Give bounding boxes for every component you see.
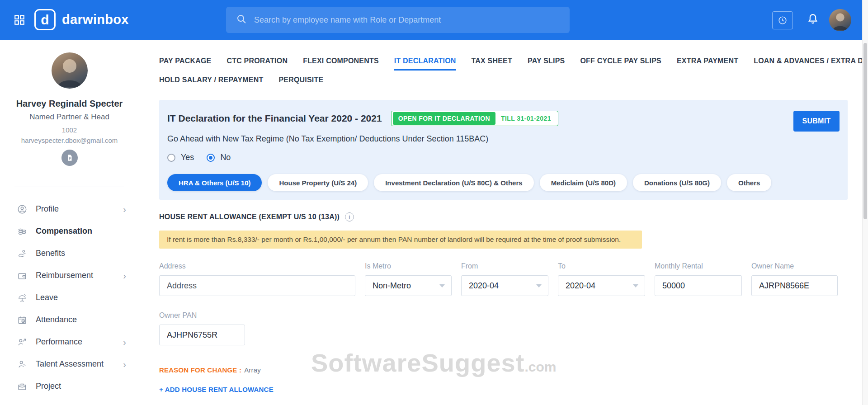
status-badge-label: OPEN FOR IT DECLARATION (393, 112, 495, 125)
chevron-right-icon: › (123, 338, 126, 347)
tab-it-declaration[interactable]: IT DECLARATION (394, 57, 456, 71)
sidebar-item-project[interactable]: Project (0, 375, 139, 397)
info-icon[interactable]: i (345, 212, 354, 221)
pill-hra-others[interactable]: HRA & Others (U/S 10) (167, 174, 262, 191)
sidebar-item-benefits[interactable]: Benefits (0, 242, 139, 264)
user-avatar[interactable] (829, 9, 851, 31)
payroll-tabs-row1: PAY PACKAGE CTC PRORATION FLEXI COMPONEN… (159, 57, 868, 71)
submit-button[interactable]: SUBMIT (793, 111, 840, 132)
address-input[interactable] (159, 275, 355, 296)
field-owner-name: Owner Name (751, 262, 838, 296)
pill-others[interactable]: Others (727, 174, 771, 191)
app-grid-icon[interactable] (14, 14, 25, 28)
sidebar-item-label: Compensation (36, 226, 92, 236)
owner-name-input[interactable] (751, 275, 838, 296)
from-value: 2020-04 (469, 281, 499, 291)
tab-flexi-components[interactable]: FLEXI COMPONENTS (303, 57, 379, 71)
scrollbar-thumb[interactable] (863, 43, 867, 219)
profile-employee-id: 1002 (0, 126, 139, 134)
tab-ctc-proration[interactable]: CTC PRORATION (226, 57, 288, 71)
to-label: To (558, 262, 645, 270)
profile-name: Harvey Reginald Specter (0, 99, 139, 109)
notifications-bell-icon[interactable] (807, 12, 819, 28)
status-badge: OPEN FOR IT DECLARATION TILL 31-01-2021 (391, 111, 558, 126)
sidebar-item-talent-assessment[interactable]: Talent Assessment › (0, 353, 139, 375)
chevron-right-icon: › (123, 205, 126, 214)
field-owner-pan: Owner PAN (159, 311, 245, 345)
sidebar-item-label: Leave (36, 293, 58, 302)
radio-yes-label[interactable]: Yes (181, 153, 194, 162)
add-house-rent-allowance-link[interactable]: + ADD HOUSE RENT ALLOWANCE (159, 386, 868, 393)
compensation-coins-icon (17, 226, 27, 236)
field-to: To 2020-04 (558, 262, 645, 296)
profile-photo[interactable] (52, 52, 88, 89)
wallet-icon (17, 271, 27, 281)
dropdown-caret-icon (633, 284, 638, 287)
sidebar-item-reimbursement[interactable]: Reimbursement › (0, 264, 139, 287)
field-from: From 2020-04 (461, 262, 548, 296)
to-select[interactable]: 2020-04 (558, 275, 645, 296)
folder-icon (17, 404, 27, 405)
sidebar-item-clipped[interactable] (0, 397, 139, 405)
global-search[interactable] (226, 7, 570, 33)
brand-name: darwinbox (62, 12, 129, 27)
calendar-check-icon (17, 315, 27, 325)
tab-perquisite[interactable]: PERQUISITE (278, 76, 323, 88)
sidebar-item-performance[interactable]: Performance › (0, 331, 139, 353)
hra-form-row-2: Owner PAN (159, 311, 868, 345)
pill-donations[interactable]: Donations (U/S 80G) (633, 174, 721, 191)
owner-name-label: Owner Name (751, 262, 838, 270)
radio-yes[interactable] (167, 154, 175, 162)
talent-person-icon (17, 359, 27, 369)
reason-for-change: REASON FOR CHANGE :Array (159, 366, 868, 374)
radio-no[interactable] (207, 154, 215, 162)
profile-icon (17, 204, 27, 214)
tab-pay-package[interactable]: PAY PACKAGE (159, 57, 211, 71)
hra-section-header: HOUSE RENT ALLOWANCE (EXEMPT U/S 10 (13A… (159, 212, 868, 221)
sidebar-item-leave[interactable]: Leave (0, 287, 139, 309)
sidebar-item-profile[interactable]: Profile › (0, 198, 139, 220)
search-input[interactable] (254, 15, 534, 25)
chevron-right-icon: › (123, 360, 126, 369)
field-monthly-rental: Monthly Rental (655, 262, 742, 296)
field-address: Address (159, 262, 355, 296)
tab-pay-slips[interactable]: PAY SLIPS (528, 57, 565, 71)
category-pills: HRA & Others (U/S 10) House Property (U/… (167, 174, 848, 191)
benefits-hand-icon (17, 249, 27, 259)
tab-off-cycle-pay-slips[interactable]: OFF CYCLE PAY SLIPS (580, 57, 661, 71)
sidebar-item-label: Profile (36, 204, 59, 214)
time-clock-button[interactable] (772, 11, 793, 29)
profile-email: harveyspecter.dbox@gmail.com (0, 137, 139, 144)
tab-extra-payment[interactable]: EXTRA PAYMENT (677, 57, 738, 71)
sidebar-item-attendance[interactable]: Attendance (0, 309, 139, 331)
brand-logo[interactable]: d darwinbox (34, 9, 129, 30)
to-value: 2020-04 (566, 281, 595, 291)
pill-investment-declaration[interactable]: Investment Declaration (U/S 80C) & Other… (374, 174, 533, 191)
sidebar-item-label: Attendance (36, 315, 77, 325)
pill-mediclaim[interactable]: Mediclaim (U/S 80D) (540, 174, 627, 191)
pill-house-property[interactable]: House Property (U/S 24) (268, 174, 368, 191)
sidebar-item-label: Project (36, 381, 61, 391)
radio-no-label[interactable]: No (220, 153, 231, 162)
owner-pan-input[interactable] (159, 325, 245, 345)
regime-radio-group: Yes No (167, 153, 848, 162)
page-scrollbar[interactable] (862, 0, 868, 405)
hra-form-row-1: Address Is Metro Non-Metro From 2020-04 … (159, 262, 868, 296)
from-select[interactable]: 2020-04 (461, 275, 548, 296)
from-label: From (461, 262, 548, 270)
is-metro-select[interactable]: Non-Metro (365, 275, 452, 296)
sidebar-item-compensation[interactable]: Compensation (0, 220, 139, 242)
tab-loan-advances[interactable]: LOAN & ADVANCES / EXTRA DEDUCTIONS (754, 57, 868, 71)
tab-tax-sheet[interactable]: TAX SHEET (472, 57, 512, 71)
dropdown-caret-icon (439, 284, 445, 287)
beach-umbrella-icon (17, 293, 27, 303)
dropdown-caret-icon (536, 284, 542, 287)
field-is-metro: Is Metro Non-Metro (365, 262, 452, 296)
tab-hold-salary[interactable]: HOLD SALARY / REPAYMENT (159, 76, 263, 88)
documents-icon[interactable] (61, 150, 78, 166)
address-label: Address (159, 262, 355, 270)
monthly-rental-input[interactable] (655, 275, 742, 296)
is-metro-label: Is Metro (365, 262, 452, 270)
sidebar: Harvey Reginald Specter Named Partner & … (0, 40, 139, 405)
brand-logo-icon: d (34, 9, 56, 30)
